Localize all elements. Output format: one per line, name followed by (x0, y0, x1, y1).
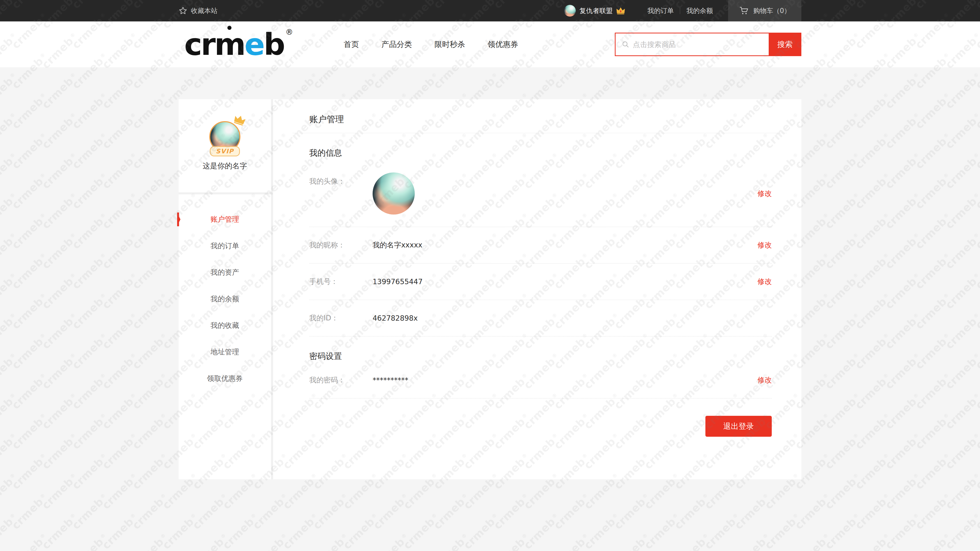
nav-coupons[interactable]: 领优惠券 (488, 39, 518, 50)
topbar: 收藏本站 复仇者联盟 我的订单 我的余额 (0, 0, 980, 21)
edit-nickname-link[interactable]: 修改 (757, 240, 772, 250)
avatar-row: 我的头像： 修改 (309, 172, 772, 227)
cart-icon (739, 6, 749, 15)
topbar-user[interactable]: 复仇者联盟 (564, 5, 625, 17)
sidebar-menu: 账户管理 我的订单 我的资产 我的余额 我的收藏 地址管理 领取优惠券 (179, 194, 271, 392)
topbar-separator (680, 7, 680, 14)
crown-icon (616, 7, 625, 14)
logo[interactable]: cr m e b ® (184, 29, 293, 59)
page-title: 账户管理 (309, 114, 772, 125)
search-bar: 搜索 (615, 33, 801, 56)
sidebar-item-favorites[interactable]: 我的收藏 (179, 312, 271, 339)
topbar-username[interactable]: 复仇者联盟 (579, 6, 612, 15)
nav-home[interactable]: 首页 (344, 39, 359, 50)
user-avatar[interactable] (564, 5, 576, 17)
active-item-marker (177, 213, 180, 226)
sidebar-item-addresses[interactable]: 地址管理 (179, 339, 271, 365)
info-section-heading: 我的信息 (309, 148, 772, 159)
crown-icon (232, 114, 247, 126)
user-id-label: 我的ID： (309, 313, 372, 323)
star-icon (179, 6, 187, 15)
favorite-site-link[interactable]: 收藏本站 (179, 6, 218, 15)
logo-text-e: e (245, 29, 264, 59)
sidebar: SVIP 这是你的名字 账户管理 我的订单 我的资产 我的余额 我的收藏 地址管… (179, 99, 271, 479)
password-section-heading: 密码设置 (309, 351, 772, 362)
nickname-value: 我的名字xxxxx (372, 240, 422, 250)
sidebar-profile: SVIP 这是你的名字 (179, 99, 271, 192)
cart-label[interactable]: 购物车（0） (753, 6, 791, 15)
nickname-row: 我的昵称： 我的名字xxxxx 修改 (309, 227, 772, 264)
nav-product-categories[interactable]: 产品分类 (382, 39, 412, 50)
edit-avatar-link[interactable]: 修改 (757, 189, 772, 198)
edit-phone-link[interactable]: 修改 (757, 277, 772, 286)
phone-row: 手机号： 13997655447 修改 (309, 264, 772, 300)
password-row: 我的密码： ********** 修改 (309, 362, 772, 399)
sidebar-item-balance[interactable]: 我的余额 (179, 286, 271, 312)
cart-button[interactable]: 购物车（0） (728, 0, 801, 21)
profile-display-name: 这是你的名字 (179, 161, 271, 171)
avatar-row-label: 我的头像： (309, 176, 372, 186)
card-vertical-divider (271, 99, 273, 479)
sidebar-item-assets[interactable]: 我的资产 (179, 259, 271, 286)
favorite-site-label[interactable]: 收藏本站 (191, 6, 218, 15)
topbar-my-balance[interactable]: 我的余额 (686, 6, 713, 15)
search-icon (622, 41, 629, 48)
logo-ring (228, 26, 231, 30)
logo-registered-mark: ® (286, 28, 293, 36)
logout-button[interactable]: 退出登录 (705, 416, 772, 437)
sidebar-divider (179, 192, 271, 194)
user-id-value: 462782898x (372, 314, 418, 322)
main-content: 账户管理 我的信息 我的头像： 修改 我的昵称： 我的名字xxxxx 修改 手机… (273, 99, 801, 479)
search-input[interactable] (633, 40, 762, 49)
main-nav: 首页 产品分类 限时秒杀 领优惠券 (344, 39, 518, 50)
phone-label: 手机号： (309, 277, 372, 286)
nav-flash-sale[interactable]: 限时秒杀 (434, 39, 465, 50)
svip-badge: SVIP (210, 146, 240, 156)
sidebar-item-orders[interactable]: 我的订单 (179, 233, 271, 259)
logo-text-m: m (215, 29, 245, 59)
topbar-my-orders[interactable]: 我的订单 (647, 6, 674, 15)
nickname-label: 我的昵称： (309, 240, 372, 250)
header: cr m e b ® 首页 产品分类 限时秒杀 领优惠券 搜索 (0, 21, 980, 67)
password-value: ********** (372, 376, 408, 384)
user-id-row: 我的ID： 462782898x (309, 300, 772, 337)
phone-value: 13997655447 (372, 278, 423, 286)
profile-avatar-image[interactable] (372, 172, 415, 214)
edit-password-link[interactable]: 修改 (757, 375, 772, 385)
account-card: SVIP 这是你的名字 账户管理 我的订单 我的资产 我的余额 我的收藏 地址管… (179, 99, 801, 479)
sidebar-item-account[interactable]: 账户管理 (179, 206, 271, 233)
logo-text-cr: cr (184, 29, 215, 59)
logo-text-b: b (264, 29, 284, 59)
password-label: 我的密码： (309, 375, 372, 385)
search-button[interactable]: 搜索 (769, 33, 801, 56)
sidebar-item-coupons[interactable]: 领取优惠券 (179, 365, 271, 392)
